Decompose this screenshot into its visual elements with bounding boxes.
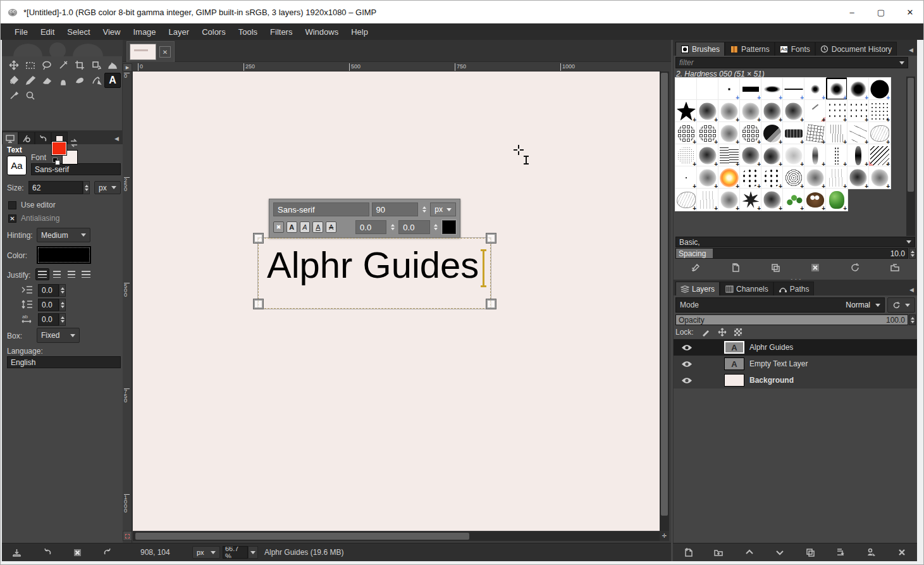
visibility-eye-icon[interactable] (681, 361, 694, 368)
brush-tex-m[interactable] (718, 189, 740, 211)
smudge-tool[interactable] (71, 73, 88, 88)
font-input[interactable]: Sans-serif (31, 163, 121, 175)
menu-select[interactable]: Select (61, 25, 96, 39)
zoom-tool[interactable] (22, 88, 39, 103)
spacing-spinner[interactable] (909, 248, 916, 259)
duplicate-layer-button[interactable] (802, 545, 818, 559)
brush-dot[interactable] (718, 78, 740, 100)
line-spacing-spinner[interactable] (59, 299, 66, 311)
brush-faint[interactable] (697, 189, 718, 211)
menu-colors[interactable]: Colors (195, 25, 232, 39)
brush-sparse[interactable] (847, 100, 869, 122)
canvas-viewport[interactable]: Sans-serif 90 px ✖ A A A A 0.0 0.0 (133, 71, 660, 531)
horizontal-ruler[interactable]: 0 250 500 750 1000 (132, 63, 661, 71)
hinting-dropdown[interactable]: Medium (37, 228, 90, 242)
size-input[interactable]: 62 (28, 181, 83, 194)
tab-device-status[interactable] (18, 132, 35, 144)
vertical-ruler[interactable]: 0 250 500 750 1000 (123, 71, 132, 562)
brush-weave[interactable] (804, 122, 826, 144)
brush-tex-d[interactable] (847, 166, 869, 189)
brush-half[interactable] (761, 122, 783, 144)
canvas-vertical-scrollbar[interactable] (660, 71, 669, 531)
brushes-dock-collapse-icon[interactable]: ◀ (909, 47, 913, 53)
brush-dlines[interactable] (869, 144, 890, 166)
filter-chevron-icon[interactable] (899, 61, 904, 65)
default-colors-icon[interactable] (52, 158, 60, 165)
menu-filters[interactable]: Filters (264, 25, 299, 39)
lock-pixels-icon[interactable] (701, 328, 710, 337)
text-box-handle-bl[interactable] (254, 299, 263, 309)
italic-button[interactable]: A (300, 221, 311, 233)
rectangle-select-tool[interactable] (22, 58, 39, 73)
brush-leaves[interactable] (783, 189, 804, 211)
box-dropdown[interactable]: Fixed (37, 328, 80, 343)
menu-windows[interactable]: Windows (299, 25, 345, 39)
transform-tool[interactable] (88, 58, 104, 73)
size-unit-dropdown[interactable]: px (94, 181, 121, 194)
warp-transform-tool[interactable] (104, 58, 121, 73)
minimize-button[interactable]: – (837, 1, 866, 23)
color-picker-tool[interactable] (6, 88, 22, 103)
justify-left-button[interactable] (35, 268, 49, 280)
layer-row-background[interactable]: Background (674, 372, 918, 388)
brush-hlines[interactable] (718, 144, 740, 166)
brush-soft2sel[interactable] (826, 78, 847, 100)
brush-tex-m[interactable] (869, 166, 890, 189)
brush-tex-d[interactable] (740, 144, 761, 166)
foreground-color-swatch[interactable] (51, 141, 67, 156)
brush-oval[interactable] (761, 78, 783, 100)
delete-brush-button[interactable] (807, 261, 823, 275)
navigation-button[interactable]: ✛ (660, 531, 669, 541)
bold-button[interactable]: A (286, 221, 297, 233)
image-tab[interactable]: ✕ (126, 41, 175, 62)
mode-options-button[interactable] (887, 297, 915, 313)
toolbar-font-field[interactable]: Sans-serif (273, 202, 369, 216)
brush-tex-l[interactable] (783, 144, 804, 166)
indent-spinner[interactable] (59, 284, 66, 297)
brush-pepper[interactable] (826, 189, 847, 211)
brush-faint[interactable] (826, 166, 847, 189)
brush-spiky[interactable] (740, 189, 761, 211)
tab-fonts[interactable]: Aa Fonts (775, 42, 815, 56)
canvas-horizontal-scrollbar[interactable] (133, 531, 660, 541)
use-editor-row[interactable]: Use editor (8, 201, 56, 209)
clear-style-button[interactable]: ✖ (273, 221, 284, 233)
tab-document-history[interactable]: Document History (815, 42, 897, 56)
kerning-spinner[interactable] (433, 220, 440, 234)
brush-tex-d[interactable] (697, 144, 718, 166)
brush-sticks[interactable] (847, 122, 869, 144)
letter-spacing-input[interactable]: 0.0 (38, 313, 59, 326)
toolbar-color-swatch[interactable] (442, 220, 456, 234)
line-spacing-input[interactable]: 0.0 (38, 299, 59, 311)
brush-grid-scrollbar[interactable] (906, 77, 915, 236)
font-preview-button[interactable]: Aa (7, 156, 27, 175)
antialiasing-row[interactable]: ✕ Antialiasing (8, 214, 59, 223)
duplicate-brush-button[interactable] (767, 261, 784, 275)
brush-cells[interactable] (740, 122, 761, 144)
open-brush-as-image-button[interactable] (887, 261, 903, 275)
delete-tool-preset-button[interactable] (69, 545, 85, 559)
kerning-field[interactable]: 0.0 (398, 220, 429, 234)
brush-tex-d[interactable] (761, 100, 783, 122)
move-tool[interactable] (6, 58, 22, 73)
raise-layer-button[interactable] (741, 545, 758, 559)
brush-filter-input[interactable]: filter (675, 57, 908, 68)
letter-spacing-spinner[interactable] (59, 313, 66, 326)
brush-bar[interactable] (740, 78, 761, 100)
language-input[interactable]: English (7, 356, 121, 368)
lower-layer-button[interactable] (772, 545, 788, 559)
text-box-handle-br[interactable] (486, 299, 496, 309)
brush-star[interactable] (675, 100, 697, 122)
brush-splat[interactable] (761, 144, 783, 166)
brush-dotcol[interactable] (826, 144, 847, 166)
use-editor-checkbox[interactable] (8, 201, 16, 209)
brush-tex-m[interactable] (740, 100, 761, 122)
brush-tex-d[interactable] (697, 100, 718, 122)
eraser-tool[interactable] (39, 73, 55, 88)
brush-disc[interactable] (869, 78, 890, 100)
layers-dock-collapse-icon[interactable]: ◀ (909, 287, 914, 293)
brush-tex-m[interactable] (804, 166, 826, 189)
layer-row-alphr-guides[interactable]: A Alphr Guides (674, 339, 918, 356)
brush-glow[interactable] (718, 166, 740, 189)
close-button[interactable]: ✕ (896, 1, 924, 23)
